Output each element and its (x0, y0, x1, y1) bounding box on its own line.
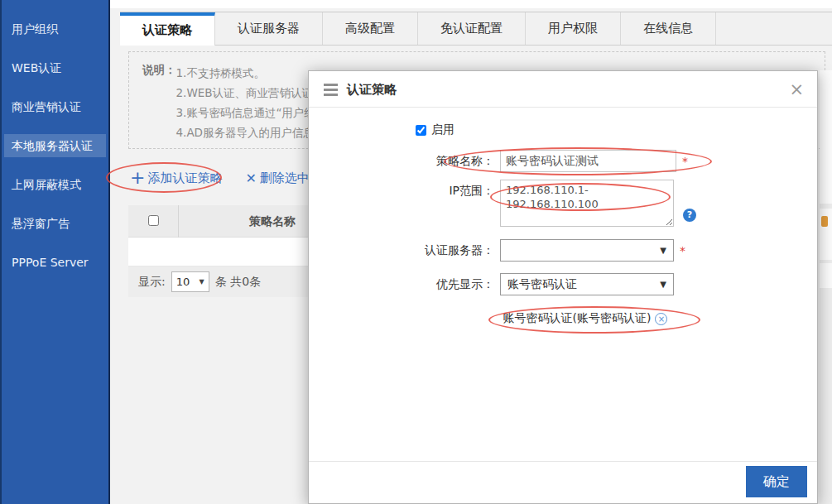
priority-display-select[interactable]: 账号密码认证 ▼ (500, 273, 674, 295)
tab-user-rights[interactable]: 用户权限 (526, 12, 621, 45)
background-right-sliver (820, 70, 832, 504)
plus-icon: + (130, 170, 145, 186)
sidebar-item-marketing-auth[interactable]: 商业营销认证 (4, 95, 106, 118)
confirm-button[interactable]: 确定 (746, 466, 807, 497)
dialog-title: 认证策略 (347, 71, 397, 108)
ip-range-row: IP范围： 192.168.110.1-192.168.110.100 (309, 180, 817, 227)
ip-range-textarea[interactable]: 192.168.110.1-192.168.110.100 (500, 180, 674, 227)
enable-row: 启用 (416, 122, 454, 137)
required-asterisk: * (682, 150, 688, 168)
auth-server-select[interactable]: ▼ (500, 239, 674, 262)
add-auth-policy-button[interactable]: + 添加认证策略 (130, 170, 222, 186)
auth-server-row: 认证服务器： ▼ * (309, 239, 817, 262)
enable-label: 启用 (431, 122, 454, 137)
dialog-header: 认证策略 × (309, 71, 817, 108)
sidebar-item-block-mode[interactable]: 上网屏蔽模式 (4, 173, 106, 196)
notice-line: 2.WEB认证、商业营销认证、 (176, 83, 327, 103)
delete-x-icon: ✕ (245, 170, 256, 186)
add-auth-policy-label: 添加认证策略 (147, 170, 222, 186)
sidebar-item-web-auth[interactable]: WEB认证 (4, 56, 106, 79)
notice-label: 说明： (142, 63, 176, 142)
pagination-show-label: 显示: (138, 275, 166, 290)
table-header-policy-name: 策略名称 (178, 205, 302, 238)
priority-display-label: 优先显示： (309, 273, 494, 292)
tab-bar: 认证策略 认证服务器 高级配置 免认证配置 用户权限 在线信息 (120, 12, 832, 46)
toolbar: + 添加认证策略 ✕ 删除选中 (130, 170, 310, 186)
notice-line: 4.AD服务器导入的用户信息通 (176, 122, 327, 142)
page-size-select[interactable]: 10 ▼ (171, 271, 209, 292)
chevron-down-icon: ▼ (660, 280, 666, 289)
pagination-total-label: 条 共0条 (215, 275, 261, 290)
sidebar-items: 用户组织 WEB认证 商业营销认证 本地服务器认证 上网屏蔽模式 悬浮窗广告 P… (2, 0, 108, 274)
help-icon[interactable]: ? (683, 209, 696, 222)
tag-remove-icon[interactable]: × (655, 313, 667, 325)
tab-auth-policy[interactable]: 认证策略 (120, 12, 215, 46)
close-icon[interactable]: × (789, 79, 804, 100)
notice-line: 1.不支持桥模式。 (176, 63, 327, 83)
auth-server-label: 认证服务器： (309, 239, 494, 258)
select-all-checkbox[interactable] (148, 215, 159, 226)
policy-name-label: 策略名称： (309, 150, 494, 169)
sidebar-item-pppoe-server[interactable]: PPPoE Server (4, 251, 106, 274)
selected-auth-tag: 账号密码认证(账号密码认证) × (494, 311, 676, 326)
chevron-down-icon: ▼ (660, 246, 666, 255)
background-partial-icon (821, 216, 828, 227)
auth-policy-dialog: 认证策略 × 启用 策略名称： * IP范围： 192.168.110.1-19… (308, 70, 818, 504)
policy-name-row: 策略名称： * (309, 150, 817, 172)
tab-no-auth-config[interactable]: 免认证配置 (418, 12, 526, 45)
sidebar: 用户组织 WEB认证 商业营销认证 本地服务器认证 上网屏蔽模式 悬浮窗广告 P… (0, 0, 110, 504)
background-block (820, 70, 832, 204)
required-asterisk: * (680, 239, 685, 257)
background-block (820, 263, 832, 288)
enable-checkbox[interactable] (416, 125, 426, 136)
tab-online-info[interactable]: 在线信息 (621, 12, 716, 45)
ip-range-label: IP范围： (309, 180, 494, 199)
notice-lines: 1.不支持桥模式。 2.WEB认证、商业营销认证、 3.账号密码信息通过“用户组… (176, 63, 327, 142)
notice-line: 3.账号密码信息通过“用户组织 (176, 103, 327, 122)
policy-name-input[interactable] (500, 150, 676, 172)
delete-selected-button[interactable]: ✕ 删除选中 (245, 170, 309, 186)
top-white-strip (110, 0, 832, 8)
priority-display-value: 账号密码认证 (507, 277, 577, 292)
tab-advanced-config[interactable]: 高级配置 (323, 12, 418, 45)
chevron-down-icon: ▼ (200, 278, 204, 286)
sidebar-item-user-org[interactable]: 用户组织 (4, 17, 106, 41)
page-size-value: 10 (176, 276, 190, 288)
sidebar-item-local-server-auth[interactable]: 本地服务器认证 (4, 134, 106, 157)
sidebar-item-float-ad[interactable]: 悬浮窗广告 (4, 212, 106, 235)
table-header-checkbox-cell (128, 214, 178, 229)
priority-display-row: 优先显示： 账号密码认证 ▼ (309, 273, 817, 295)
menu-icon (324, 84, 338, 98)
tab-auth-server[interactable]: 认证服务器 (215, 12, 323, 45)
delete-selected-label: 删除选中 (260, 170, 310, 186)
selected-auth-tag-label: 账号密码认证(账号密码认证) (503, 311, 652, 326)
dialog-footer: 确定 (309, 461, 817, 503)
screen: 用户组织 WEB认证 商业营销认证 本地服务器认证 上网屏蔽模式 悬浮窗广告 P… (0, 0, 832, 504)
